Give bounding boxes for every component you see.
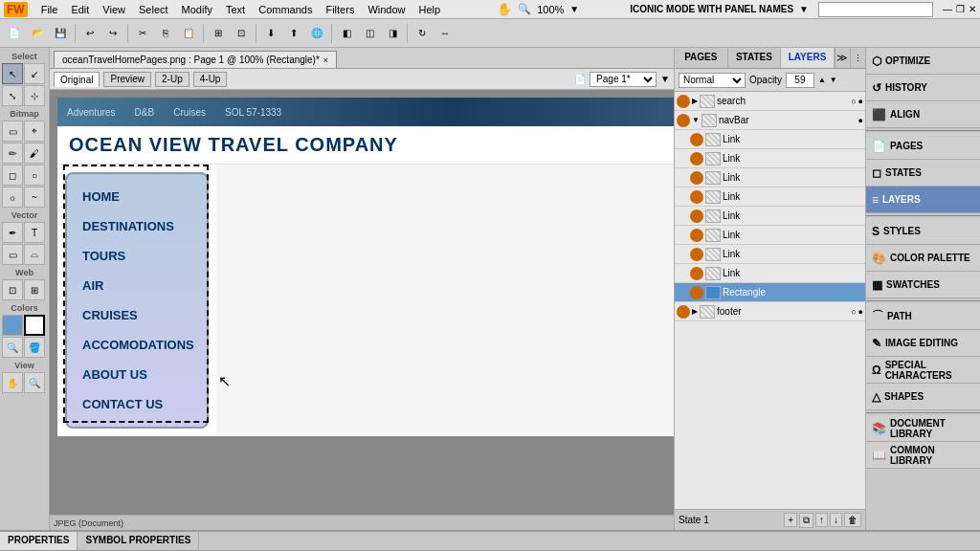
window-restore-btn[interactable]: ❐ <box>956 4 965 14</box>
rotate-btn[interactable]: ↻ <box>412 23 433 44</box>
layer-item-link-8[interactable]: Link <box>675 264 865 283</box>
export-btn[interactable]: ⬆ <box>283 23 304 44</box>
rectangle-tool[interactable]: ▭ <box>2 244 23 265</box>
undo-btn[interactable]: ↩ <box>79 23 100 44</box>
tab-close-btn[interactable]: × <box>323 55 328 65</box>
pages-panel-item[interactable]: 📄 PAGES <box>866 133 980 160</box>
crop-tool[interactable]: ⊹ <box>24 85 45 106</box>
layers-options-btn[interactable]: ⋮ <box>850 48 865 68</box>
stroke-color-tool[interactable] <box>24 315 45 336</box>
layer-eye-search[interactable] <box>677 95 690 108</box>
nav-tours[interactable]: TOURS <box>67 241 207 271</box>
swatches-panel-item[interactable]: ▦ SWATCHES <box>866 272 980 298</box>
brush-tool[interactable]: 🖌 <box>24 143 45 164</box>
freeform-tool[interactable]: ⌓ <box>24 244 45 265</box>
properties-tab[interactable]: PROPERTIES <box>0 532 78 550</box>
cut-btn[interactable]: ✂ <box>132 23 153 44</box>
slice-btn[interactable]: ⊞ <box>208 23 229 44</box>
layer-item-link-2[interactable]: Link <box>675 149 865 168</box>
db-link[interactable]: D&B <box>125 107 165 118</box>
layer-arrow-search[interactable]: ▶ <box>692 97 698 105</box>
window-minimize-btn[interactable]: — <box>943 4 952 14</box>
nav-destinations[interactable]: DESTINATIONS <box>67 211 207 241</box>
menu-view[interactable]: View <box>97 2 131 17</box>
layer-item-search[interactable]: ▶ search ○ ● <box>675 92 865 111</box>
hotspot-btn[interactable]: ⊡ <box>231 23 252 44</box>
pages-tab[interactable]: PAGES <box>675 48 728 68</box>
marquee-tool[interactable]: ▭ <box>2 121 23 142</box>
canvas-scroll[interactable]: Adventures D&B Cruises SOL 57-1333 OCEAN… <box>50 90 674 515</box>
layer-eye-link-5[interactable] <box>690 209 703 223</box>
symbol-properties-tab[interactable]: SYMBOL PROPERTIES <box>78 532 199 550</box>
move-up-btn[interactable]: ↑ <box>815 513 828 527</box>
layer-eye-link-3[interactable] <box>690 171 703 185</box>
align-center-btn[interactable]: ◫ <box>359 23 380 44</box>
slice-tool-2[interactable]: ⊞ <box>24 279 45 300</box>
menu-filters[interactable]: Filters <box>320 2 360 17</box>
duplicate-layer-btn[interactable]: ⧉ <box>799 513 813 528</box>
layers-tab[interactable]: LAYERS <box>781 48 835 68</box>
new-layer-btn[interactable]: + <box>784 513 797 527</box>
menu-commands[interactable]: Commands <box>253 2 318 17</box>
nav-cruises[interactable]: CRUISES <box>67 300 207 330</box>
menu-text[interactable]: Text <box>220 2 251 17</box>
menu-help[interactable]: Help <box>413 2 447 17</box>
hand-icon[interactable]: ✋ <box>497 2 512 16</box>
phone-link[interactable]: SOL 57-1333 <box>215 107 291 118</box>
fill-color-tool[interactable] <box>2 315 23 336</box>
layer-item-footer[interactable]: ▶ footer ○ ● <box>675 302 865 321</box>
blur-tool[interactable]: ○ <box>24 165 45 186</box>
menu-file[interactable]: File <box>35 2 64 17</box>
import-btn[interactable]: ⬇ <box>260 23 281 44</box>
document-tab[interactable]: oceanTravelHomePages.png : Page 1 @ 100%… <box>54 51 337 68</box>
open-btn[interactable]: 📂 <box>27 23 48 44</box>
pen-tool[interactable]: ✒ <box>2 222 23 243</box>
layer-eye-footer[interactable] <box>677 305 690 319</box>
window-close-btn[interactable]: ✕ <box>969 4 976 14</box>
zoom-icon[interactable]: 🔍 <box>518 3 531 15</box>
paint-bucket-tool[interactable]: 🪣 <box>24 337 45 358</box>
hand-tool[interactable]: ✋ <box>2 372 23 393</box>
two-up-view-btn[interactable]: 2-Up <box>155 72 189 87</box>
special-chars-panel-item[interactable]: Ω SPECIAL CHARACTERS <box>866 357 980 384</box>
layer-item-link-5[interactable]: Link <box>675 207 865 226</box>
blend-mode-select[interactable]: Normal <box>679 73 746 88</box>
eraser-tool[interactable]: ◻ <box>2 165 23 186</box>
layer-eye-link-6[interactable] <box>690 229 703 242</box>
layer-item-link-7[interactable]: Link <box>675 245 865 264</box>
color-palette-panel-item[interactable]: 🎨 COLOR PALETTE <box>866 245 980 272</box>
page-dropdown-icon[interactable]: ▼ <box>660 74 670 84</box>
paste-btn[interactable]: 📋 <box>178 23 199 44</box>
copy-btn[interactable]: ⎘ <box>155 23 176 44</box>
layers-expand-btn[interactable]: ≫ <box>835 48 850 68</box>
save-btn[interactable]: 💾 <box>50 23 71 44</box>
layer-item-link-1[interactable]: Link <box>675 130 865 149</box>
new-btn[interactable]: 📄 <box>4 23 25 44</box>
layer-arrow-footer[interactable]: ▶ <box>692 307 698 316</box>
nav-contact-us[interactable]: CONTACT US <box>67 389 207 419</box>
layer-eye-link-1[interactable] <box>690 133 703 146</box>
menu-select[interactable]: Select <box>133 2 174 17</box>
common-library-panel-item[interactable]: 📖 COMMON LIBRARY <box>866 442 980 469</box>
layer-eye-navbar[interactable] <box>677 114 690 127</box>
layer-eye-link-2[interactable] <box>690 152 703 165</box>
styles-panel-item[interactable]: S STYLES <box>866 218 980 245</box>
flip-btn[interactable]: ↔ <box>434 23 456 44</box>
hotspot-tool[interactable]: ⊡ <box>2 279 23 300</box>
shapes-panel-item[interactable]: △ SHAPES <box>866 384 980 410</box>
align-left-btn[interactable]: ◧ <box>336 23 357 44</box>
history-panel-item[interactable]: ↺ HISTORY <box>866 75 980 101</box>
delete-layer-btn[interactable]: 🗑 <box>844 513 861 527</box>
nav-air[interactable]: AIR <box>67 271 207 300</box>
layer-arrow-navbar[interactable]: ▼ <box>692 116 700 124</box>
layer-item-rectangle[interactable]: Rectangle <box>675 283 865 302</box>
four-up-view-btn[interactable]: 4-Up <box>193 72 228 87</box>
preview-in-browser-btn[interactable]: 🌐 <box>306 23 327 44</box>
eyedropper-tool[interactable]: 🔍 <box>2 337 23 358</box>
pointer-tool[interactable]: ↖ <box>2 63 23 84</box>
align-panel-item[interactable]: ⬛ ALIGN <box>866 101 980 128</box>
scale-tool[interactable]: ⤡ <box>2 85 23 106</box>
layer-eye-link-4[interactable] <box>690 190 703 204</box>
original-view-btn[interactable]: Original <box>54 72 100 87</box>
text-tool[interactable]: T <box>24 222 45 243</box>
